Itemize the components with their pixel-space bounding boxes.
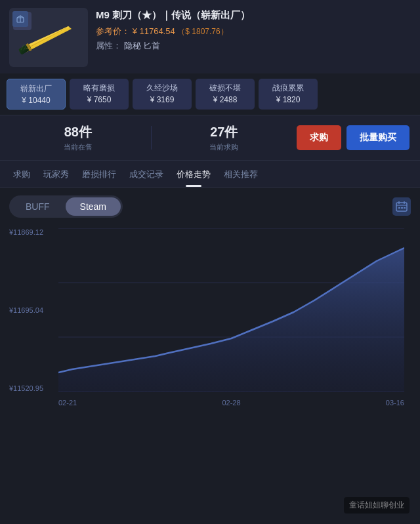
stats-divider — [151, 126, 152, 150]
condition-tab-2[interactable]: 久经沙场 ¥ 3169 — [133, 79, 192, 110]
cond-price-4: ¥ 1820 — [265, 95, 311, 104]
stat-on-sale: 88件 当前在售 — [10, 123, 146, 152]
x-label-0: 02-21 — [58, 399, 77, 407]
chart-toggle-row: BUFF Steam — [9, 195, 411, 218]
condition-tab-4[interactable]: 战痕累累 ¥ 1820 — [259, 79, 318, 110]
chart-section: BUFF Steam ¥11869.12 ¥11695.04 ¥11520.95 — [0, 188, 420, 420]
chart-toggle-group: BUFF Steam — [9, 195, 123, 218]
chart-y-labels: ¥11869.12 ¥11695.04 ¥11520.95 — [9, 228, 58, 392]
tab-related[interactable]: 相关推荐 — [217, 161, 264, 187]
stats-row: 88件 当前在售 27件 当前求购 求购 批量购买 — [0, 115, 420, 161]
chart-x-labels: 02-21 02-28 03-16 — [58, 393, 404, 412]
calendar-icon-button[interactable] — [392, 197, 411, 216]
attr-label: 属性： — [96, 41, 121, 50]
cond-name-1: 略有磨损 — [76, 83, 122, 94]
steam-toggle-button[interactable]: Steam — [66, 197, 121, 216]
cond-name-0: 崭新出厂 — [14, 83, 58, 94]
condition-tab-1[interactable]: 略有磨损 ¥ 7650 — [70, 79, 129, 110]
cond-name-2: 久经沙场 — [139, 83, 185, 94]
y-label-mid: ¥11695.04 — [9, 306, 58, 314]
ref-price-cny: ¥ 11764.54 — [133, 26, 175, 36]
cond-price-2: ¥ 3169 — [139, 95, 185, 104]
svg-rect-14 — [401, 207, 403, 209]
item-title: M9 刺刀（★）｜传说（崭新出厂） — [96, 8, 411, 22]
stat-want: 27件 当前求购 — [157, 123, 292, 152]
nav-tabs: 求购 玩家秀 磨损排行 成交记录 价格走势 相关推荐 — [0, 161, 420, 188]
condition-tabs: 崭新出厂 ¥ 10440 略有磨损 ¥ 7650 久经沙场 ¥ 3169 破损不… — [0, 73, 420, 115]
chart-plot — [58, 228, 404, 392]
y-label-top: ¥11869.12 — [9, 228, 58, 236]
ref-price-usd: （$ 1807.76） — [177, 27, 228, 36]
item-attr: 属性： 隐秘 匕首 — [96, 40, 411, 52]
want-label: 当前求购 — [157, 142, 292, 152]
condition-tab-0[interactable]: 崭新出厂 ¥ 10440 — [7, 79, 66, 110]
on-sale-count: 88件 — [10, 123, 146, 141]
tab-want[interactable]: 求购 — [7, 161, 37, 187]
cond-name-3: 破损不堪 — [202, 83, 248, 94]
svg-rect-9 — [396, 203, 407, 211]
header-section: M9 刺刀（★）｜传说（崭新出厂） 参考价： ¥ 11764.54 （$ 180… — [0, 0, 420, 73]
watermark: 童话姐姐聊创业 — [344, 497, 410, 514]
tab-history[interactable]: 成交记录 — [123, 161, 170, 187]
svg-rect-13 — [398, 207, 400, 209]
chart-container: ¥11869.12 ¥11695.04 ¥11520.95 — [9, 228, 411, 412]
svg-rect-15 — [404, 207, 406, 209]
item-info: M9 刺刀（★）｜传说（崭新出厂） 参考价： ¥ 11764.54 （$ 180… — [96, 8, 411, 52]
x-label-1: 02-28 — [222, 399, 240, 407]
ref-price-label: 参考价： — [96, 26, 130, 36]
cond-name-4: 战痕累累 — [265, 83, 311, 94]
tab-showcase[interactable]: 玩家秀 — [37, 161, 75, 187]
y-label-bottom: ¥11520.95 — [9, 384, 58, 392]
cond-price-0: ¥ 10440 — [14, 96, 58, 105]
buff-toggle-button[interactable]: BUFF — [11, 197, 64, 216]
svg-line-6 — [26, 28, 67, 49]
on-sale-label: 当前在售 — [10, 142, 146, 152]
item-image — [9, 8, 88, 67]
attr-value: 隐秘 匕首 — [124, 41, 161, 50]
cond-price-1: ¥ 7650 — [76, 95, 122, 104]
item-price-ref: 参考价： ¥ 11764.54 （$ 1807.76） — [96, 26, 411, 37]
x-label-2: 03-16 — [386, 399, 404, 407]
condition-tab-3[interactable]: 破损不堪 ¥ 2488 — [196, 79, 255, 110]
want-button[interactable]: 求购 — [297, 125, 341, 150]
cond-price-3: ¥ 2488 — [202, 95, 248, 104]
bulk-buy-button[interactable]: 批量购买 — [346, 125, 410, 150]
tab-price-trend[interactable]: 价格走势 — [170, 161, 217, 187]
tab-wear-rank[interactable]: 磨损排行 — [75, 161, 123, 187]
want-count: 27件 — [157, 123, 292, 141]
